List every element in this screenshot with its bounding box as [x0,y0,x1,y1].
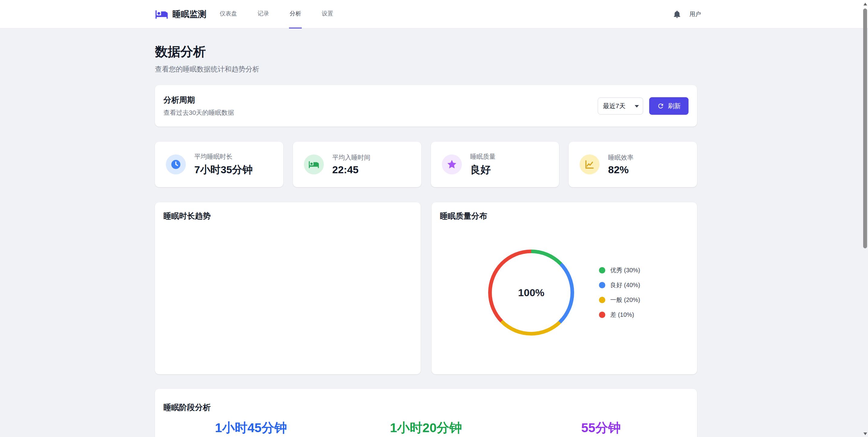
main-nav: 仪表盘 记录 分析 设置 [219,0,334,28]
stat-label: 平均睡眠时长 [194,152,253,161]
stat-label: 睡眠质量 [470,152,496,161]
scrollbar-thumb[interactable] [863,8,867,248]
stat-text: 睡眠质量 良好 [470,152,496,177]
stat-card-sleep-efficiency: 睡眠效率 82% [569,142,697,187]
quality-chart-title: 睡眠质量分布 [440,211,689,222]
charts-row: 睡眠时长趋势 睡眠质量分布 100% 优秀 (30%) [155,202,697,374]
nav-item-settings[interactable]: 设置 [321,0,334,28]
stage-cell-deep-sleep: 1小时45分钟 [163,419,338,436]
period-actions: 最近7天 刷新 [598,97,688,115]
legend-dot [599,312,605,318]
stats-row: 平均睡眠时长 7小时35分钟 平均入睡时间 22:45 睡眠质量 良好 [155,142,697,187]
clock-icon [166,154,186,174]
vertical-scrollbar [863,0,868,437]
stages-title: 睡眠阶段分析 [163,402,688,413]
nav-item-analysis[interactable]: 分析 [289,0,302,28]
doughnut-hole: 100% [492,253,570,332]
top-navbar: 睡眠监测 仪表盘 记录 分析 设置 用户 [0,0,868,28]
period-subtitle: 查看过去30天的睡眠数据 [163,109,234,117]
main-content: 数据分析 查看您的睡眠数据统计和趋势分析 分析周期 查看过去30天的睡眠数据 最… [155,43,697,437]
star-icon [442,154,462,174]
stat-text: 睡眠效率 82% [608,153,633,176]
legend-label: 一般 (20%) [610,296,640,304]
brand: 睡眠监测 [155,7,207,21]
stages-grid: 1小时45分钟 1小时20分钟 55分钟 [163,419,688,436]
stat-text: 平均睡眠时长 7小时35分钟 [194,152,253,177]
trend-chart-title: 睡眠时长趋势 [163,211,412,222]
stat-card-avg-sleep-duration: 平均睡眠时长 7小时35分钟 [155,142,283,187]
stat-label: 睡眠效率 [608,153,633,162]
bed-icon [304,154,324,174]
chart-legend: 优秀 (30%) 良好 (40%) 一般 (20%) 差 (10%) [599,263,640,322]
legend-dot [599,267,605,273]
bed-logo-icon [155,7,168,21]
sleep-stage-analysis-card: 睡眠阶段分析 1小时45分钟 1小时20分钟 55分钟 [155,389,697,437]
page-subtitle: 查看您的睡眠数据统计和趋势分析 [155,64,697,74]
stage-cell-light-sleep: 1小时20分钟 [338,419,513,436]
period-title: 分析周期 [163,95,234,106]
legend-item-excellent: 优秀 (30%) [599,266,640,274]
legend-label: 差 (10%) [610,311,634,319]
bell-icon[interactable] [673,10,682,19]
user-menu[interactable]: 用户 [689,10,701,18]
stage-value: 55分钟 [514,419,688,436]
sleep-duration-trend-card: 睡眠时长趋势 [155,202,421,374]
stat-value: 7小时35分钟 [194,163,253,177]
stat-card-sleep-quality: 睡眠质量 良好 [431,142,559,187]
legend-label: 优秀 (30%) [610,266,640,274]
range-select-wrap: 最近7天 [598,97,643,114]
date-range-select[interactable]: 最近7天 [598,97,643,114]
nav-item-records[interactable]: 记录 [257,0,270,28]
period-text: 分析周期 查看过去30天的睡眠数据 [163,95,234,117]
stage-value: 1小时45分钟 [163,419,338,436]
legend-label: 良好 (40%) [610,281,640,289]
trend-line-icon [580,154,599,174]
doughnut-center-label: 100% [518,287,545,299]
app-title: 睡眠监测 [173,8,207,20]
legend-dot [599,282,605,288]
scrollbar-down-arrow[interactable] [864,433,867,435]
refresh-button[interactable]: 刷新 [649,97,688,115]
stat-value: 22:45 [332,164,370,176]
scrollbar-up-arrow[interactable] [864,3,867,5]
doughnut-chart: 100% [488,250,574,336]
stat-card-avg-bedtime: 平均入睡时间 22:45 [293,142,421,187]
stat-value: 82% [608,164,633,176]
stat-value: 良好 [470,163,496,177]
stat-text: 平均入睡时间 22:45 [332,153,370,176]
quality-chart-body: 100% 优秀 (30%) 良好 (40%) 一般 (20%) [440,222,689,364]
legend-item-poor: 差 (10%) [599,311,640,319]
legend-dot [599,297,605,303]
stage-value: 1小时20分钟 [338,419,513,436]
nav-item-dashboard[interactable]: 仪表盘 [219,0,238,28]
stage-cell-rem-sleep: 55分钟 [514,419,688,436]
sleep-quality-distribution-card: 睡眠质量分布 100% 优秀 (30%) 良好 (40%) [432,202,697,374]
page-title: 数据分析 [155,43,697,60]
refresh-label: 刷新 [668,102,681,110]
legend-item-good: 良好 (40%) [599,281,640,289]
navbar-right: 用户 [673,10,701,19]
refresh-icon [657,103,664,110]
analysis-period-card: 分析周期 查看过去30天的睡眠数据 最近7天 刷新 [155,85,697,126]
legend-item-fair: 一般 (20%) [599,296,640,304]
stat-label: 平均入睡时间 [332,153,370,162]
